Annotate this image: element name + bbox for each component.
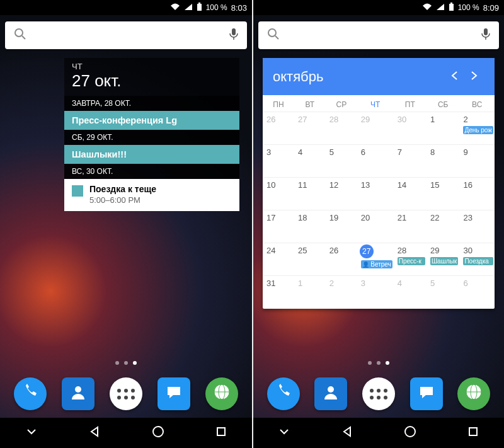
day-cell[interactable]: 29Шашлык [427, 243, 460, 276]
weekday-header: ВС [459, 95, 495, 112]
weekday-header: ВТ [294, 95, 326, 112]
agenda-section-label: ВС, 30 ОКТ. [64, 164, 239, 179]
agenda-widget[interactable]: ЧТ 27 окт. ЗАВТРА, 28 ОКТ.Пресс-конферен… [64, 58, 239, 211]
nav-down-icon[interactable] [278, 425, 290, 440]
day-cell[interactable]: 11 [294, 178, 326, 210]
agenda-event-card[interactable]: Поездка к теще5:00–6:00 PM [64, 179, 239, 211]
day-cell[interactable]: 22 [427, 210, 460, 243]
nav-down-icon[interactable] [25, 425, 38, 440]
day-cell[interactable]: 2День рож [459, 112, 495, 145]
page-dot [377, 361, 381, 365]
event-chip[interactable]: Шашлык [430, 257, 459, 265]
day-cell[interactable]: 1 [294, 276, 326, 309]
day-cell[interactable]: 3 [263, 145, 294, 178]
day-cell[interactable]: 24 [263, 243, 294, 276]
prev-month-button[interactable] [444, 67, 464, 86]
day-cell[interactable]: 23 [459, 210, 495, 243]
page-dot [133, 361, 137, 365]
app-drawer[interactable] [362, 377, 395, 410]
search-icon [14, 28, 26, 43]
day-number: 6 [463, 279, 467, 288]
day-cell[interactable]: 16 [459, 178, 495, 210]
day-cell[interactable]: 8 [427, 145, 460, 178]
day-cell[interactable]: 26 [263, 112, 294, 145]
app-drawer[interactable] [110, 377, 142, 410]
nav-recent-button[interactable] [467, 425, 479, 440]
search-icon [267, 28, 280, 43]
phone-icon [275, 384, 292, 405]
nav-home-button[interactable] [403, 425, 417, 441]
app-browser[interactable] [205, 377, 238, 410]
status-bar: 100 % 8:09 [253, 0, 504, 15]
weekday-header: ЧТ [357, 95, 394, 112]
agenda-event[interactable]: Пресс-конференция Lg [64, 111, 239, 130]
event-chip[interactable]: Ветреч [361, 260, 392, 268]
day-cell[interactable]: 27Ветреч [357, 243, 394, 276]
day-cell[interactable]: 3 [357, 276, 394, 309]
day-cell[interactable]: 31 [263, 276, 294, 309]
nav-recent-button[interactable] [215, 425, 227, 440]
day-cell[interactable]: 6 [357, 145, 394, 178]
day-cell[interactable]: 4 [294, 145, 326, 178]
day-cell[interactable]: 25 [294, 243, 326, 276]
next-month-button[interactable] [464, 67, 484, 86]
day-cell[interactable]: 9 [459, 145, 495, 178]
wifi-icon [422, 3, 432, 13]
page-dot [368, 361, 372, 365]
agenda-event[interactable]: Шашлыки!!! [64, 145, 239, 164]
day-cell[interactable]: 12 [326, 178, 357, 210]
mic-icon[interactable] [481, 28, 490, 43]
day-cell[interactable]: 28 [326, 112, 357, 145]
day-number: 4 [298, 147, 302, 157]
app-phone[interactable] [14, 377, 47, 410]
day-cell[interactable]: 30 [394, 112, 427, 145]
app-contacts[interactable] [314, 377, 347, 410]
day-cell[interactable]: 17 [263, 210, 294, 243]
app-browser[interactable] [457, 377, 490, 410]
day-cell[interactable]: 2 [326, 276, 357, 309]
day-cell[interactable]: 14 [394, 178, 427, 210]
day-cell[interactable]: 30Поездка [459, 243, 495, 276]
day-cell[interactable]: 10 [263, 178, 294, 210]
month-widget[interactable]: октябрь ПНВТСРЧТПТСБВС 262728293012День … [263, 58, 495, 309]
battery-percent: 100 % [206, 3, 227, 12]
day-cell[interactable]: 5 [427, 276, 460, 309]
event-chip[interactable]: День рож [463, 126, 493, 134]
day-cell[interactable]: 6 [459, 276, 495, 309]
day-cell[interactable]: 7 [394, 145, 427, 178]
day-cell[interactable]: 13 [357, 178, 394, 210]
day-cell[interactable]: 28Пресс-к [394, 243, 427, 276]
day-cell[interactable]: 27 [294, 112, 326, 145]
agenda-section-label: СБ, 29 ОКТ. [64, 130, 239, 145]
svg-rect-0 [197, 4, 202, 11]
nav-back-button[interactable] [88, 425, 101, 441]
day-cell[interactable]: 18 [294, 210, 326, 243]
contacts-icon [322, 383, 340, 405]
app-phone[interactable] [267, 377, 300, 410]
search-bar[interactable] [258, 21, 499, 49]
mic-icon[interactable] [229, 28, 238, 43]
app-messages[interactable] [158, 377, 190, 410]
event-chip[interactable]: Пресс-к [398, 257, 425, 265]
svg-rect-17 [484, 28, 488, 35]
day-number: 10 [266, 180, 275, 190]
svg-rect-13 [449, 4, 454, 11]
day-cell[interactable]: 20 [357, 210, 394, 243]
nav-back-button[interactable] [340, 425, 354, 441]
day-cell[interactable]: 1 [427, 112, 460, 145]
day-cell[interactable]: 21 [394, 210, 427, 243]
day-cell[interactable]: 19 [326, 210, 357, 243]
event-chip[interactable]: Поездка [463, 257, 493, 265]
day-number: 1 [430, 115, 435, 124]
search-bar[interactable] [5, 21, 247, 49]
day-cell[interactable]: 29 [357, 112, 394, 145]
day-cell[interactable]: 26 [326, 243, 357, 276]
day-cell[interactable]: 5 [326, 145, 357, 178]
app-messages[interactable] [410, 377, 443, 410]
day-number: 8 [430, 147, 435, 157]
day-cell[interactable]: 4 [394, 276, 427, 309]
day-cell[interactable]: 15 [427, 178, 460, 210]
app-contacts[interactable] [62, 377, 94, 410]
agenda-header[interactable]: ЧТ 27 окт. [64, 58, 239, 96]
nav-home-button[interactable] [151, 425, 165, 441]
